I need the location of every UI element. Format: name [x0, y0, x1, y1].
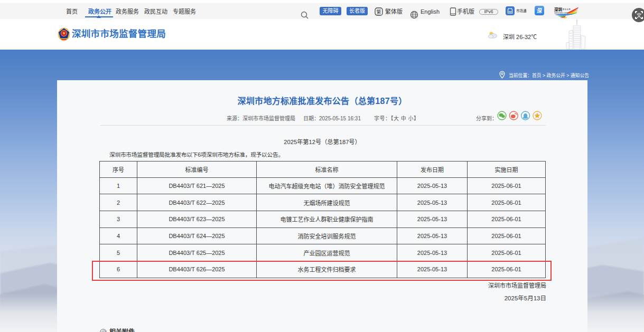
svg-text:文: 文: [637, 12, 642, 18]
svg-text:繁: 繁: [376, 9, 381, 15]
svg-text:鹏 城 品 牌: 鹏 城 品 牌: [563, 8, 571, 11]
svg-text:深圳: 深圳: [554, 7, 563, 12]
svg-text:SHENZHEN CHINA: SHENZHEN CHINA: [554, 12, 568, 14]
